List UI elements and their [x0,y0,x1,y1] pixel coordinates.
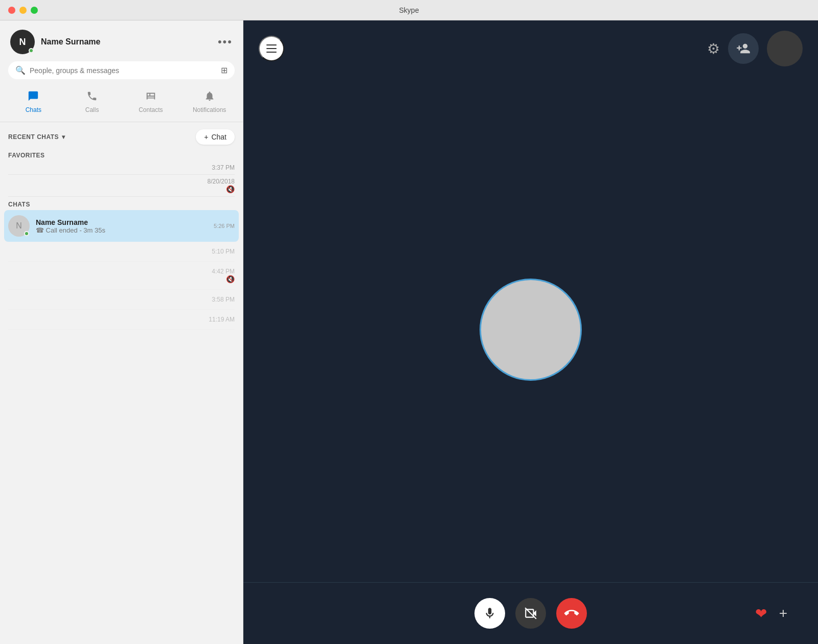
chat-preview-1: ☎ Call ended - 3m 35s [36,226,208,234]
menu-button[interactable] [259,36,284,61]
avatar-wrapper: N [10,30,35,54]
app-container: N Name Surname ••• 🔍 ⊞ Chats [0,20,818,644]
chat-placeholder-1[interactable]: 5:10 PM [8,242,235,262]
chat-name-1: Name Surname [36,218,208,226]
user-avatar-button[interactable] [767,31,803,66]
search-input[interactable] [30,66,217,75]
recent-chats-header: RECENT CHATS ▾ + Chat [0,122,243,150]
heart-icon[interactable]: ❤ [755,605,767,622]
menu-line-1 [266,44,277,45]
calls-icon [86,90,98,104]
search-inner: 🔍 ⊞ [8,61,235,79]
tab-calls-label: Calls [85,106,99,113]
muted-icon-1: 🔇 [226,185,235,193]
tab-contacts[interactable]: Contacts [122,86,180,118]
chat-info-1: Name Surname ☎ Call ended - 3m 35s [36,218,208,234]
maximize-button[interactable] [31,7,38,14]
tab-chats-label: Chats [26,106,41,113]
search-icon: 🔍 [15,65,26,75]
favorite-item-1[interactable]: 3:37 PM [8,161,235,175]
contacts-icon [145,90,156,104]
video-area [243,77,818,582]
online-indicator [29,48,34,53]
remote-avatar [480,279,582,381]
profile-header: N Name Surname ••• [0,20,243,61]
recent-chats-toggle[interactable]: RECENT CHATS ▾ [8,133,65,141]
minimize-button[interactable] [19,7,27,14]
chats-icon [28,90,39,104]
add-icon[interactable]: + [779,605,787,622]
favorite-time-1: 3:37 PM [212,164,235,171]
placeholder-time-2: 4:42 PM [212,268,235,275]
traffic-lights [8,7,38,14]
tab-contacts-label: Contacts [139,106,163,113]
right-actions: ❤ + [755,605,787,622]
profile-name: Name Surname [41,37,101,47]
grid-icon[interactable]: ⊞ [221,65,228,75]
notifications-icon [204,90,215,104]
new-chat-label: Chat [211,133,226,141]
close-button[interactable] [8,7,15,14]
menu-line-2 [266,48,277,49]
placeholder-time-1: 5:10 PM [212,248,235,255]
new-chat-plus-icon: + [204,133,208,141]
tab-notifications-label: Notifications [193,106,226,113]
favorite-time-2: 8/20/2018 [208,178,235,185]
mic-button[interactable] [474,598,505,629]
placeholder-time-3: 3:58 PM [212,296,235,303]
chat-avatar-1: N [8,215,30,237]
profile-left: N Name Surname [10,30,101,54]
favorites-label: FAVORITES [8,152,235,161]
call-header: ⚙ [243,20,818,77]
favorites-section: FAVORITES 3:37 PM 8/20/2018 🔇 [0,150,243,197]
chat-item-active[interactable]: N Name Surname ☎ Call ended - 3m 35s 5:2… [4,210,239,242]
settings-icon[interactable]: ⚙ [707,40,720,57]
menu-line-3 [266,52,277,53]
more-options-button[interactable]: ••• [218,35,233,49]
main-content: ⚙ [243,20,818,644]
chat-placeholder-3[interactable]: 3:58 PM [8,290,235,310]
call-header-right: ⚙ [707,31,803,66]
new-chat-button[interactable]: + Chat [196,129,235,145]
chat-online-dot-1 [24,231,29,236]
tab-notifications[interactable]: Notifications [180,86,239,118]
call-controls: ❤ + [243,583,818,644]
favorite-item-2[interactable]: 8/20/2018 🔇 [8,175,235,197]
camera-button[interactable] [515,598,546,629]
end-call-button[interactable] [556,598,587,629]
muted-icon-2: 🔇 [226,275,235,283]
chats-label: CHATS [8,201,235,208]
title-bar: Skype [0,0,818,20]
search-bar: 🔍 ⊞ [0,61,243,86]
recent-chats-label: RECENT CHATS [8,133,59,141]
nav-tabs: Chats Calls Contacts Notifications [0,86,243,122]
add-person-button[interactable] [728,33,759,64]
window-title: Skype [399,6,419,14]
chats-section: CHATS N Name Surname ☎ Call ended - 3m 3… [0,197,243,330]
sidebar: N Name Surname ••• 🔍 ⊞ Chats [0,20,243,644]
placeholder-time-4: 11:19 AM [209,316,235,323]
tab-calls[interactable]: Calls [63,86,122,118]
chat-time-1: 5:26 PM [214,223,235,229]
chevron-down-icon: ▾ [62,133,65,141]
chat-placeholder-2[interactable]: 4:42 PM 🔇 [8,262,235,290]
chat-meta-1: 5:26 PM [214,223,235,229]
tab-chats[interactable]: Chats [4,86,63,118]
chat-placeholder-4[interactable]: 11:19 AM [8,310,235,330]
